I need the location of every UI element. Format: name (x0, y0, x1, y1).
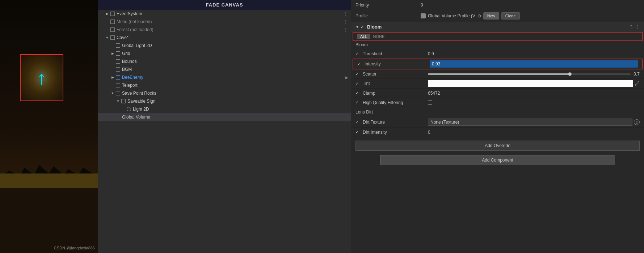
hierarchy-panel: FADE CANVAS ▶ EventSystem ⋮ Menu (not lo… (98, 0, 351, 253)
profile-circle: ⊙ (477, 13, 481, 18)
hierarchy-item-globallight2d[interactable]: Global Light 2D (98, 42, 351, 50)
item-label-globalvolume: Global Volume (122, 115, 150, 120)
item-label-grid: Grid (122, 51, 130, 56)
clone-button[interactable]: Clone (501, 12, 520, 20)
bloom-menu-icon[interactable]: ⋮ (635, 25, 640, 30)
cube-icon (110, 35, 115, 40)
tint-color-swatch[interactable] (428, 80, 633, 87)
expand-arrow-saveablesign: ▼ (116, 99, 120, 103)
dirt-texture-label: Dirt Texture (363, 120, 428, 125)
bloom-header-icons: ? ⋮ (630, 25, 640, 30)
intensity-input[interactable] (430, 60, 638, 68)
threshold-value: 0.9 (428, 51, 434, 56)
scatter-fill (428, 73, 570, 75)
expand-arrow-grid: ▶ (110, 51, 115, 56)
bloom-sublabel: Bloom (351, 41, 644, 49)
scatter-thumb[interactable] (568, 72, 572, 76)
priority-label: Priority (355, 3, 421, 8)
bloom-check-icon[interactable]: ✓ (361, 25, 364, 30)
color-picker-icon[interactable]: 🖊 (635, 81, 640, 86)
expand-arrow: ▶ (105, 12, 109, 16)
profile-asset-icon (421, 13, 426, 18)
priority-row: Priority 0 (351, 0, 644, 10)
character-selection-box: ↑ (20, 54, 63, 101)
ground-strip (0, 173, 98, 188)
context-menu-dots[interactable]: ⋮ (343, 19, 348, 25)
new-button[interactable]: New (483, 12, 499, 20)
high-quality-row: ✓ High Quality Filtering (351, 98, 644, 107)
hierarchy-item-savepointrocks[interactable]: ▼ Save Point Rocks (98, 89, 351, 97)
hierarchy-item-eventsystem[interactable]: ▶ EventSystem ⋮ (98, 10, 351, 18)
ground-bottom (0, 188, 98, 253)
item-label-beeenemy: BeeEnemy (122, 75, 143, 80)
threshold-label: Threshold (363, 51, 428, 56)
hierarchy-item-cave[interactable]: ▼ Cave* (98, 34, 351, 42)
hierarchy-title: FADE CANVAS (98, 0, 351, 10)
dirt-intensity-label: Dirt Intensity (363, 130, 428, 135)
hierarchy-item-light2d[interactable]: Light 2D (98, 105, 351, 113)
hierarchy-item-bgm[interactable]: BGM (98, 65, 351, 73)
dirt-intensity-row: ✓ Dirt Intensity 0 (351, 128, 644, 137)
item-label-cave: Cave* (117, 35, 129, 40)
hierarchy-content: ▶ EventSystem ⋮ Menu (not loaded) ⋮ Fore… (98, 10, 351, 253)
hierarchy-item-forest[interactable]: Forest (not loaded) ⋮ (98, 26, 351, 34)
intensity-row: ✓ Intensity (353, 59, 643, 69)
character-arrow-icon: ↑ (37, 68, 46, 87)
item-label-teleport: Teleport (122, 83, 138, 88)
dirt-texture-dropdown[interactable]: None (Texture) (428, 119, 632, 126)
threshold-row: ✓ Threshold 0.9 (351, 49, 644, 59)
item-label-saveablesign: Saveable Sign (127, 99, 155, 104)
cube-icon (110, 27, 115, 32)
item-label-bounds: Bounds (122, 59, 137, 64)
hierarchy-item-bounds[interactable]: Bounds (98, 57, 351, 65)
intensity-label: Intensity (365, 61, 430, 67)
scatter-row: ✓ Scatter 0.7 (351, 69, 644, 79)
hierarchy-item-grid[interactable]: ▶ Grid (98, 50, 351, 57)
tab-all-button[interactable]: ALL (357, 34, 370, 39)
hq-checkbox[interactable] (428, 100, 432, 105)
dirt-texture-check: ✓ (355, 120, 361, 125)
tint-label: Tint (363, 81, 428, 86)
clamp-value: 65472 (428, 91, 440, 96)
profile-label: Profile (355, 13, 421, 18)
dirt-texture-row: ✓ Dirt Texture None (Texture) ⊙ (351, 117, 644, 128)
cube-icon (110, 11, 115, 16)
add-component-button[interactable]: Add Component (380, 155, 615, 165)
cube-icon (115, 91, 121, 96)
item-label-bgm: BGM (122, 67, 132, 72)
hierarchy-item-saveablesign[interactable]: ▼ Saveable Sign (98, 97, 351, 105)
add-override-button[interactable]: Add Override (355, 141, 640, 151)
profile-text: Global Volume Profile (V (428, 13, 475, 18)
dirt-intensity-value: 0 (428, 130, 430, 135)
all-none-row: ALL NONE (353, 32, 643, 41)
bloom-expand-icon[interactable]: ▼ (355, 25, 359, 29)
intensity-check: ✓ (357, 62, 362, 67)
cube-icon (115, 67, 121, 72)
clamp-row: ✓ Clamp 65472 (351, 89, 644, 98)
context-menu-dots[interactable]: ⋮ (343, 11, 348, 17)
hierarchy-item-globalvolume[interactable]: Global Volume (98, 113, 351, 121)
expand-arrow-saverocks: ▼ (110, 91, 115, 95)
dirt-texture-select-btn[interactable]: ⊙ (634, 119, 640, 125)
hierarchy-item-teleport[interactable]: Teleport (98, 81, 351, 89)
inspector-panel: Priority 0 Profile Global Volume Profile… (351, 0, 644, 253)
priority-value: 0 (421, 3, 423, 8)
expand-arrow-cave: ▼ (105, 35, 109, 40)
help-icon[interactable]: ? (630, 25, 632, 30)
hierarchy-item-beeenemy[interactable]: ▶ BeeEnemy ▶ (98, 73, 351, 81)
item-label-savepointrocks: Save Point Rocks (122, 91, 156, 96)
context-menu-dots[interactable]: ⋮ (343, 27, 348, 33)
expand-arrow-beeenemy: ▶ (110, 75, 115, 80)
tab-none-button[interactable]: NONE (370, 34, 388, 39)
light-icon (126, 107, 131, 112)
watermark-text: CSDN @jiangdaxia886 (54, 246, 95, 250)
hierarchy-item-menu[interactable]: Menu (not loaded) ⋮ (98, 18, 351, 26)
cube-icon (115, 83, 121, 88)
cube-icon (121, 99, 126, 104)
bloom-header: ▼ ✓ Bloom ? ⋮ (351, 22, 644, 32)
cube-icon (115, 59, 121, 64)
hq-label: High Quality Filtering (363, 100, 428, 105)
item-label-menu: Menu (not loaded) (117, 19, 152, 24)
cube-icon (115, 43, 121, 48)
scatter-slider[interactable] (428, 73, 631, 75)
